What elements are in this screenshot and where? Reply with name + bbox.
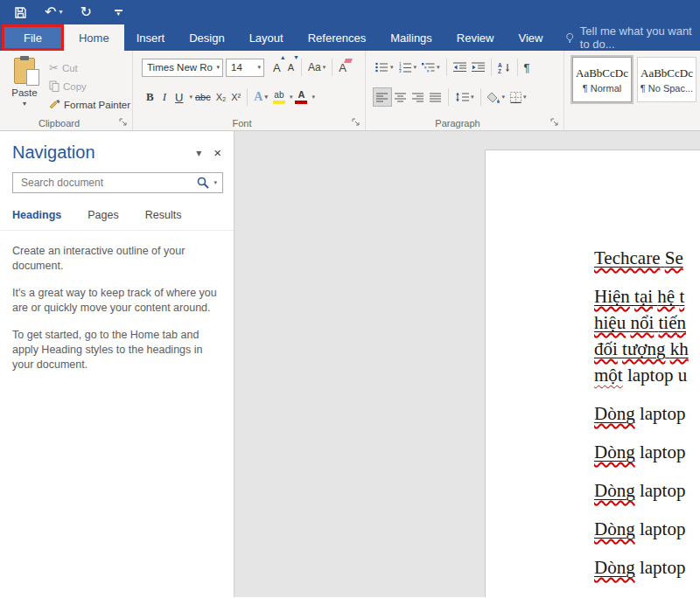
cut-button[interactable]: ✂ Cut: [49, 59, 130, 77]
undo-dropdown-icon[interactable]: ▾: [59, 9, 62, 16]
format-painter-button[interactable]: Format Painter: [49, 95, 130, 114]
tab-home[interactable]: Home: [64, 24, 124, 51]
tab-insert[interactable]: Insert: [124, 24, 178, 51]
document-content[interactable]: Techcare SeHiện tại hệ thiệu nổi tiếnđối…: [486, 150, 700, 581]
shrink-font-icon[interactable]: A▼: [284, 58, 298, 77]
ribbon-tabs: File Home Insert Design Layout Reference…: [0, 24, 700, 51]
align-center-icon[interactable]: [392, 87, 410, 107]
nav-help-paragraph: It's a great way to keep track of where …: [12, 286, 220, 316]
tell-me-label: Tell me what you want to do...: [580, 24, 700, 51]
font-group-label: Font: [133, 118, 351, 129]
style-name: ¶ No Spac...: [640, 83, 693, 94]
lightbulb-icon: [565, 31, 574, 45]
tab-layout[interactable]: Layout: [237, 24, 296, 51]
ribbon: Paste ▾ ✂ Cut Copy Format Painter Clipbo…: [0, 51, 700, 131]
title-bar: ↶▾ ↻ ▾: [0, 0, 700, 24]
search-input[interactable]: [19, 176, 197, 190]
paragraph-dialog-launcher-icon[interactable]: [550, 118, 559, 127]
subscript-button[interactable]: X₂: [214, 87, 229, 107]
bold-button[interactable]: B: [142, 87, 158, 107]
font-name-combobox[interactable]: Times New Ro▾: [142, 59, 223, 77]
font-size-value: 14: [231, 62, 242, 73]
copy-label: Copy: [63, 81, 87, 92]
quick-access-toolbar: ↶▾ ↻ ▾: [14, 5, 122, 19]
font-group: Times New Ro▾ 14▾ A▲ A▼ Aa▾ A B I U ▾ ab…: [133, 51, 366, 130]
undo-button[interactable]: ↶▾: [45, 5, 62, 19]
chevron-down-icon[interactable]: ▾: [196, 147, 201, 159]
scissors-icon: ✂: [49, 61, 59, 74]
clear-formatting-icon[interactable]: A: [336, 58, 349, 77]
styles-group: AaBbCcDc ¶ Normal AaBbCcDc ¶ No Spac...: [564, 51, 700, 130]
change-case-icon[interactable]: Aa▾: [305, 58, 328, 77]
italic-button[interactable]: I: [158, 87, 171, 107]
strikethrough-button[interactable]: abc: [192, 87, 214, 107]
format-painter-label: Format Painter: [64, 100, 130, 110]
navigation-pane: Navigation ▾ × ▾ Headings Pages Results …: [0, 131, 234, 597]
clipboard-group: Paste ▾ ✂ Cut Copy Format Painter Clipbo…: [0, 51, 133, 130]
paragraph-group: ▾ 123▾ ▾ AZ ¶: [366, 51, 564, 130]
underline-button[interactable]: U: [171, 87, 187, 107]
nav-help-paragraph: Create an interactive outline of your do…: [12, 244, 220, 274]
font-color-icon[interactable]: A: [292, 87, 310, 107]
document-page[interactable]: Techcare SeHiện tại hệ thiệu nổi tiếnđối…: [485, 150, 700, 597]
format-painter-brush-icon: [49, 99, 60, 110]
tell-me-box[interactable]: Tell me what you want to do...: [565, 24, 700, 51]
show-hide-pilcrow-icon[interactable]: ¶: [522, 58, 533, 77]
doc-line: Dòng laptop: [594, 400, 700, 427]
search-icon[interactable]: [197, 177, 209, 189]
style-no-spacing[interactable]: AaBbCcDc ¶ No Spac...: [637, 57, 696, 102]
style-normal[interactable]: AaBbCcDc ¶ Normal: [572, 57, 632, 102]
search-dropdown-icon[interactable]: ▾: [214, 179, 217, 186]
redo-button[interactable]: ↻: [80, 5, 91, 19]
borders-icon[interactable]: ▾: [508, 87, 529, 107]
tab-headings[interactable]: Headings: [12, 209, 61, 221]
shading-bucket-icon[interactable]: ▾: [485, 87, 508, 107]
tab-pages[interactable]: Pages: [88, 209, 118, 221]
paste-label: Paste: [11, 87, 37, 98]
text-effects-icon[interactable]: A▾: [251, 87, 270, 107]
tab-references[interactable]: References: [296, 24, 378, 51]
tab-design[interactable]: Design: [177, 24, 236, 51]
document-canvas[interactable]: Techcare SeHiện tại hệ thiệu nổi tiếnđối…: [234, 131, 700, 597]
align-right-icon[interactable]: [410, 87, 427, 107]
save-icon[interactable]: [14, 6, 27, 19]
font-dialog-launcher-icon[interactable]: [352, 118, 360, 127]
bullets-icon[interactable]: ▾: [373, 58, 396, 77]
line-spacing-icon[interactable]: ▾: [452, 87, 477, 107]
customize-quick-access-toolbar-icon[interactable]: ▾: [115, 10, 122, 16]
highlight-icon[interactable]: ab: [270, 87, 288, 107]
doc-line: Techcare Se: [594, 245, 700, 271]
tab-view[interactable]: View: [506, 24, 555, 51]
navigation-tabs: Headings Pages Results: [0, 193, 234, 231]
justify-icon[interactable]: [427, 87, 444, 107]
search-box[interactable]: ▾: [12, 172, 223, 193]
numbering-icon[interactable]: 123▾: [396, 58, 420, 77]
tab-file[interactable]: File: [2, 24, 64, 51]
decrease-indent-icon[interactable]: [451, 58, 469, 77]
copy-button[interactable]: Copy: [49, 77, 130, 95]
doc-line: một laptop u: [594, 362, 700, 388]
style-preview: AaBbCcDc: [640, 66, 693, 80]
tab-mailings[interactable]: Mailings: [378, 24, 444, 51]
tab-review[interactable]: Review: [444, 24, 507, 51]
sort-icon[interactable]: AZ: [495, 58, 514, 77]
doc-line: Dòng laptop: [594, 477, 700, 504]
font-color-dropdown-icon[interactable]: ▾: [312, 94, 315, 101]
paste-dropdown-icon[interactable]: ▾: [23, 100, 26, 108]
grow-font-icon[interactable]: A▲: [270, 58, 284, 77]
doc-line: Dòng laptop: [594, 439, 700, 465]
font-name-value: Times New Ro: [147, 62, 213, 73]
copy-icon: [49, 80, 60, 92]
tab-results[interactable]: Results: [145, 209, 182, 221]
close-icon[interactable]: ×: [214, 145, 221, 160]
align-left-icon[interactable]: [373, 87, 392, 107]
increase-indent-icon[interactable]: [469, 58, 487, 77]
multilevel-list-icon[interactable]: ▾: [419, 58, 443, 77]
superscript-button[interactable]: X²: [228, 87, 243, 107]
style-preview: AaBbCcDc: [576, 66, 628, 80]
clipboard-dialog-launcher-icon[interactable]: [119, 118, 128, 127]
cut-label: Cut: [62, 63, 78, 73]
style-name: ¶ Normal: [583, 83, 621, 94]
font-size-combobox[interactable]: 14▾: [226, 59, 264, 77]
navigation-title: Navigation: [12, 143, 184, 163]
